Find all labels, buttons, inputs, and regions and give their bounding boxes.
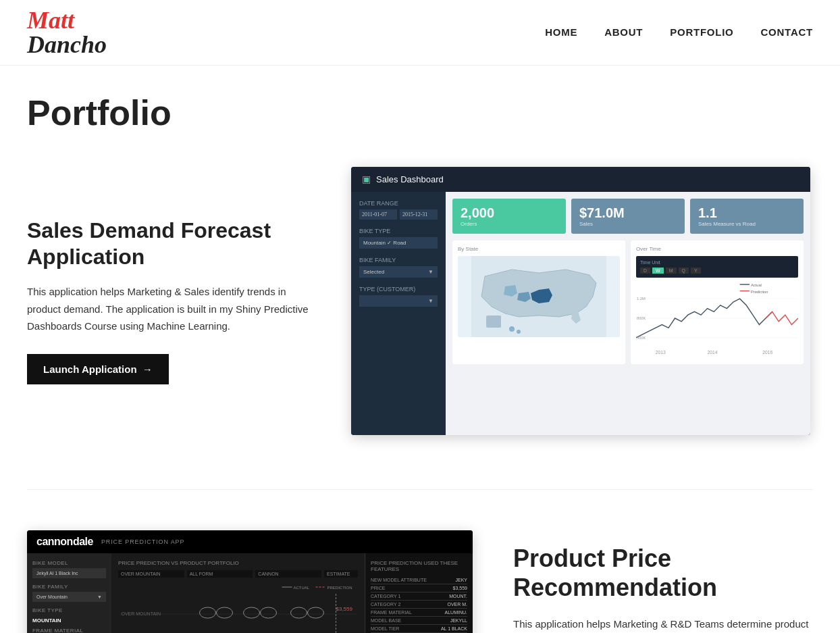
- kpi-ratio-value: 1.1: [698, 205, 795, 221]
- dash-body: Date Range 2011-01-07 2015-12-31 Bike Ty…: [351, 192, 810, 435]
- kpi-orders-label: Orders: [461, 221, 558, 227]
- svg-text:2013: 2013: [656, 350, 666, 355]
- logo-matt: Matt: [27, 7, 74, 34]
- svg-text:400K: 400K: [637, 336, 646, 340]
- cann-features-table: NEW MODEL ATTRIBUTE JEKY PRICE $3,559 CA…: [371, 576, 467, 633]
- cann-frame-material-label: FRAME MATERIAL: [32, 628, 106, 633]
- svg-text:2014: 2014: [708, 350, 718, 355]
- logo[interactable]: Matt Dancho: [27, 8, 107, 57]
- dash-main: 2,000 Orders $71.0M Sales 1.1 Sales Meas…: [446, 192, 810, 435]
- svg-point-3: [517, 330, 521, 334]
- cann-right-title: PRICE PREDICTION USED THESE FEATURES: [371, 560, 467, 572]
- project-2-text: Product Price Recommendation This applic…: [513, 530, 813, 633]
- nav-portfolio[interactable]: PORTFOLIO: [670, 26, 733, 38]
- svg-text:2016: 2016: [762, 350, 772, 355]
- nav-home[interactable]: HOME: [545, 26, 577, 38]
- project-2-desc: This application helps Marketing & R&D T…: [513, 615, 813, 633]
- svg-point-2: [509, 326, 515, 332]
- tab-q[interactable]: Q: [679, 268, 689, 274]
- table-row: FRAME MATERIAL ALUMINU.: [371, 609, 467, 617]
- dash-title: Sales Dashboard: [376, 174, 444, 184]
- svg-text:$3,559: $3,559: [336, 606, 353, 612]
- time-series-header: Time Unit D W M Q Y: [636, 256, 798, 278]
- tab-y[interactable]: Y: [691, 268, 701, 274]
- dash-header: ▣ Sales Dashboard: [351, 167, 810, 192]
- logo-dancho: Dancho: [27, 32, 107, 57]
- cann-bike-model-section: BIKE MODEL Jekyll Al 1 Black Inc: [32, 560, 106, 578]
- svg-text:Prediction: Prediction: [751, 290, 768, 294]
- cann-bike-family-input[interactable]: Over Mountain ▼: [32, 592, 106, 602]
- bike-family-section: Bike Family Selected ▼: [359, 257, 438, 278]
- cann-bike-family-section: BIKE FAMILY Over Mountain ▼: [32, 584, 106, 602]
- svg-text:1.2M: 1.2M: [637, 297, 646, 301]
- table-row: MODEL BASE JEKYLL: [371, 617, 467, 625]
- project-2-title: Product Price Recommendation: [513, 544, 813, 602]
- cann-col-headers: OVER MOUNTAIN ALL FORM CANNON ESTIMATE: [118, 570, 358, 578]
- cannondale-subtitle: PRICE PREDICTION APP: [101, 538, 185, 545]
- tab-d[interactable]: D: [640, 268, 650, 274]
- project-1-title: Sales Demand Forecast Application: [27, 218, 311, 270]
- cannondale-mockup: cannondale PRICE PREDICTION APP BIKE MOD…: [27, 530, 473, 633]
- nav-about[interactable]: ABOUT: [604, 26, 643, 38]
- time-series-chart-box: Over Time Time Unit D W M Q Y: [631, 240, 804, 364]
- launch-btn-label: Launch Application: [43, 363, 137, 375]
- tab-w[interactable]: W: [652, 268, 664, 274]
- kpi-orders: 2,000 Orders: [452, 199, 566, 234]
- kpi-ratio-label: Sales Measure vs Road: [698, 221, 795, 227]
- map-svg: [458, 256, 620, 337]
- cannondale-image: cannondale PRICE PREDICTION APP BIKE MOD…: [27, 530, 473, 633]
- svg-text:800K: 800K: [637, 316, 646, 320]
- page-content: Portfolio Sales Demand Forecast Applicat…: [0, 66, 840, 633]
- cannondale-body: BIKE MODEL Jekyll Al 1 Black Inc BIKE FA…: [27, 553, 473, 633]
- time-unit-label: Time Unit: [640, 260, 794, 265]
- nav-contact[interactable]: CONTACT: [761, 26, 813, 38]
- cann-chart-title: PRICE PREDICTION VS PRODUCT PORTFOLIO: [118, 560, 358, 566]
- over-time-label: Over Time: [636, 246, 798, 252]
- cann-chart-area: OVER MOUNTAIN CROSS COUNTRY RACE TRIATHL…: [118, 580, 358, 633]
- kpi-ratio: 1.1 Sales Measure vs Road: [690, 199, 804, 234]
- project-1-text: Sales Demand Forecast Application This a…: [27, 218, 311, 384]
- svg-text:Actual: Actual: [751, 283, 762, 287]
- svg-rect-18: [120, 580, 357, 633]
- cann-bike-model-input[interactable]: Jekyll Al 1 Black Inc: [32, 568, 106, 578]
- by-state-label: By State: [458, 246, 620, 252]
- bike-type-section: Bike Type Mountain ✓ Road: [359, 228, 438, 249]
- forecast-chart: 2013 2014 2016 1.2M 800K 400K: [636, 278, 798, 359]
- time-tabs: D W M Q Y: [640, 268, 794, 274]
- svg-text:ACTUAL: ACTUAL: [294, 586, 310, 590]
- project-1-desc: This application helps Marketing & Sales…: [27, 283, 311, 335]
- tab-m[interactable]: M: [666, 268, 677, 274]
- table-row: PRICE $3,559: [371, 584, 467, 592]
- charts-row: By State: [446, 240, 810, 371]
- cann-sidebar: BIKE MODEL Jekyll Al 1 Black Inc BIKE FA…: [27, 553, 111, 633]
- kpi-row: 2,000 Orders $71.0M Sales 1.1 Sales Meas…: [446, 192, 810, 240]
- table-row: CATEGORY 2 OVER M.: [371, 601, 467, 609]
- svg-rect-1: [486, 315, 501, 328]
- cann-right-panel: PRICE PREDICTION USED THESE FEATURES NEW…: [365, 553, 473, 633]
- table-row: NEW MODEL ATTRIBUTE JEKY: [371, 576, 467, 584]
- cannondale-logo-text: cannondale: [36, 536, 93, 548]
- kpi-sales-value: $71.0M: [579, 205, 677, 221]
- cann-frame-material-section: FRAME MATERIAL Aluminium ▼: [32, 628, 106, 633]
- nav-links: HOME ABOUT PORTFOLIO CONTACT: [545, 26, 813, 39]
- kpi-orders-value: 2,000: [461, 205, 558, 221]
- cann-bike-family-label: BIKE FAMILY: [32, 584, 106, 590]
- map-chart-box: By State: [452, 240, 625, 364]
- sales-dashboard-mockup: ▣ Sales Dashboard Date Range 2011-01-07 …: [351, 167, 810, 435]
- section-divider: [27, 489, 813, 490]
- dash-sidebar: Date Range 2011-01-07 2015-12-31 Bike Ty…: [351, 192, 446, 435]
- us-map: [458, 256, 620, 337]
- kpi-sales-label: Sales: [579, 221, 677, 227]
- table-row: MODEL TIER AL 1 BLACK: [371, 625, 467, 633]
- svg-text:PREDICTION: PREDICTION: [327, 586, 352, 590]
- date-range-section: Date Range 2011-01-07 2015-12-31: [359, 200, 438, 220]
- project-1-image: ▣ Sales Dashboard Date Range 2011-01-07 …: [351, 167, 813, 435]
- cann-bike-type-label: BIKE TYPE: [32, 607, 106, 613]
- table-row: CATEGORY 1 MOUNT.: [371, 592, 467, 601]
- cann-bike-type-value: MOUNTAIN: [32, 615, 106, 628]
- launch-application-button[interactable]: Launch Application →: [27, 354, 169, 384]
- project-1-section: Sales Demand Forecast Application This a…: [27, 167, 813, 435]
- cannondale-header: cannondale PRICE PREDICTION APP: [27, 530, 473, 553]
- page-title: Portfolio: [27, 66, 813, 167]
- kpi-sales: $71.0M Sales: [571, 199, 685, 234]
